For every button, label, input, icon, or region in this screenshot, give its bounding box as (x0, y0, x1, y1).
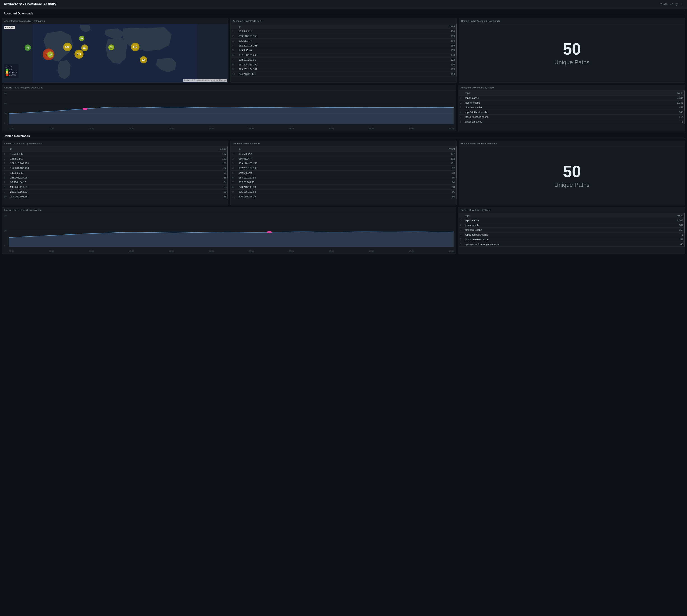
accepted-repo-table: repo count 1repo1-cache2,2342jcenter-cac… (458, 90, 685, 124)
accepted-repo-table-container: repo count 1repo1-cache2,2342jcenter-cac… (458, 90, 685, 124)
denied-repo-scrollbar[interactable] (684, 213, 685, 247)
denied-row2: Unique Paths Denied Downloads 40 20 0 (2, 207, 685, 254)
map-attribution: © Mapbox © OpenStreetMap Improve this ma… (183, 79, 227, 82)
denied-chart-panel: Unique Paths Denied Downloads 40 20 0 (2, 207, 456, 254)
app-title: Artifactory - Download Activity (4, 2, 56, 6)
geo-bubble-72: 72 (25, 44, 31, 51)
accepted-row1: Accepted Downloads by Geolocation (2, 18, 685, 83)
accepted-chart-panel: Unique Paths Accepted Downloads 60 40 20… (2, 85, 456, 131)
accepted-ip-table: ip count 111.95.8.1422042209.118.103.150… (231, 24, 456, 76)
denied-unique-paths-display: 50 Unique Paths (459, 147, 685, 205)
table-row: 5jboss-releases-cache114 (458, 115, 685, 119)
denied-repo-table-container: repo count 1repo1-cache1,0652jcenter-cac… (458, 213, 685, 247)
table-row: 3cloudera-cache253 (458, 228, 685, 233)
map-legend: _count < 82 82 - 974 >= 975 (4, 64, 19, 78)
denied-chart: 40 20 0 02:00 (2, 213, 456, 254)
filter-control[interactable]: ▽ (675, 3, 678, 6)
table-row: 4repo1-fallback-cache71 (458, 233, 685, 237)
accepted-chart-x-axis: 02:00 02:30 03:00 03:30 04:00 04:30 05:0… (9, 128, 454, 130)
table-row: 2209.118.103.150199 (231, 34, 456, 39)
table-row: 7138.101.227.96123 (231, 58, 456, 62)
table-row: 3209.118.103.150101 (2, 161, 228, 166)
accepted-ip-panel: Accepted Downloads by IP ip count 111.95… (230, 18, 457, 83)
table-row: 8243.248.119.9858 (231, 185, 456, 190)
table-row: 5jboss-releases-cache51 (458, 237, 685, 242)
table-row: 111.95.8.142107 (2, 152, 228, 156)
table-row: 738.220.164.2364 (2, 180, 228, 185)
table-row: 5149.5.95.4068 (231, 171, 456, 175)
table-row: 738.220.164.2364 (231, 180, 456, 185)
table-row: 111.95.8.142107 (231, 152, 456, 156)
table-row: 10224.213.28.141114 (231, 72, 456, 76)
denied-geo-table-container: ip _count 111.95.8.1421072135.51.24.7102… (2, 147, 228, 199)
table-row: 4152.201.108.19887 (231, 166, 456, 171)
time-control[interactable]: ⏱ -6h (660, 3, 668, 6)
table-row: 6138.101.227.9666 (231, 175, 456, 180)
denied-downloads-section: Denied Downloads (2, 133, 685, 139)
table-row: 8167.208.229.190120 (231, 62, 456, 67)
denied-repo-table: repo count 1repo1-cache1,0652jcenter-cac… (458, 213, 685, 247)
svg-point-5 (83, 108, 88, 110)
accepted-repo-panel: Accepted Downloads by Repo repo count 1r… (458, 85, 685, 131)
table-row: 9225.176.163.6356 (231, 190, 456, 194)
geo-bubble-120: 120 (140, 56, 147, 63)
svg-point-9 (267, 231, 272, 233)
denied-geo-table: ip _count 111.95.8.1421072135.51.24.7102… (2, 147, 228, 199)
geo-bubble-111: 111 (81, 44, 88, 51)
table-row: 1repo1-cache1,065 (458, 218, 685, 223)
table-row: 10206.160.195.2856 (2, 194, 228, 199)
table-row: 2135.51.24.7102 (231, 156, 456, 161)
geo-bubble-82: 82 (108, 44, 114, 50)
denied-geo-scrollbar[interactable] (227, 147, 228, 199)
denied-chart-area (9, 215, 454, 247)
accepted-unique-paths-panel: Unique Paths Accepted Downloads 50 Uniqu… (458, 18, 685, 83)
denied-unique-paths-panel: Unique Paths Denied Downloads 50 Unique … (458, 140, 685, 205)
table-row: 10206.160.195.2856 (231, 194, 456, 199)
table-row: 4152.201.108.198169 (231, 43, 456, 48)
geo-bubble-540: 540 (63, 43, 72, 51)
denied-ip-scrollbar[interactable] (456, 147, 456, 199)
geo-bubble-66: 66 (79, 36, 84, 41)
accepted-ip-scrollbar[interactable] (456, 24, 456, 76)
denied-geo-panel: Denied Downloads by Geolocation ip _coun… (2, 140, 229, 205)
legend-item-3: >= 975 (6, 74, 17, 76)
refresh-control[interactable]: ↺ (670, 3, 673, 6)
table-row: 6spring-bundles-snapshot-cache46 (458, 242, 685, 247)
accepted-geo-panel: Accepted Downloads by Geolocation (2, 18, 229, 83)
geo-bubble-674: 674 (74, 50, 84, 59)
table-row: 9229.232.164.142115 (231, 67, 456, 72)
table-row: 2jcenter-cache582 (458, 223, 685, 228)
table-row: 8243.248.119.9858 (2, 185, 228, 190)
table-row: 5149.5.95.40135 (231, 48, 456, 53)
accepted-chart: 60 40 20 0 (2, 90, 456, 131)
table-row: 2jcenter-cache1,141 (458, 101, 685, 105)
table-row: 9225.176.163.6356 (2, 190, 228, 194)
dashboard: Accepted Downloads Accepted Downloads by… (0, 9, 687, 256)
accepted-row2: Unique Paths Accepted Downloads 60 40 20… (2, 85, 685, 131)
accepted-chart-area (9, 92, 454, 124)
table-row: 4repo1-fallback-cache140 (458, 110, 685, 115)
table-row: 1repo1-cache2,234 (458, 96, 685, 101)
denied-chart-y-axis: 40 20 0 (4, 215, 6, 247)
legend-item-2: 82 - 974 (6, 71, 17, 73)
table-row: 3209.118.103.150101 (231, 161, 456, 166)
accepted-downloads-section: Accepted Downloads (2, 10, 685, 16)
table-row: 6107.198.121.243130 (231, 53, 456, 58)
accepted-repo-scrollbar[interactable] (684, 90, 685, 124)
table-row: 111.95.8.142204 (231, 29, 456, 34)
table-row: 3cloudera-cache457 (458, 105, 685, 110)
table-row: 3135.51.24.7184 (231, 39, 456, 43)
header-controls: ⏱ -6h ↺ ▽ ⋮ (660, 3, 683, 6)
table-row: 6atlassian-cache71 (458, 119, 685, 124)
denied-row1: Denied Downloads by Geolocation ip _coun… (2, 140, 685, 205)
accepted-chart-y-axis: 60 40 20 0 (4, 92, 6, 124)
denied-ip-table-container: ip count 111.95.8.1421072135.51.24.71023… (231, 147, 456, 199)
denied-chart-x-axis: 02:00 02:30 03:00 03:30 04:00 04:30 05:0… (9, 250, 454, 252)
denied-ip-table: ip count 111.95.8.1421072135.51.24.71023… (231, 147, 456, 199)
more-control[interactable]: ⋮ (681, 3, 683, 6)
accepted-geo-map: 1.9k 72 540 66 111 196 674 82 519 120 (2, 24, 228, 83)
denied-repo-panel: Denied Downloads by Repo repo count 1rep… (458, 207, 685, 254)
table-row: 6138.101.227.9666 (2, 175, 228, 180)
accepted-ip-table-container: ip count 111.95.8.1422042209.118.103.150… (231, 24, 456, 76)
table-row: 5149.5.95.4068 (2, 171, 228, 175)
